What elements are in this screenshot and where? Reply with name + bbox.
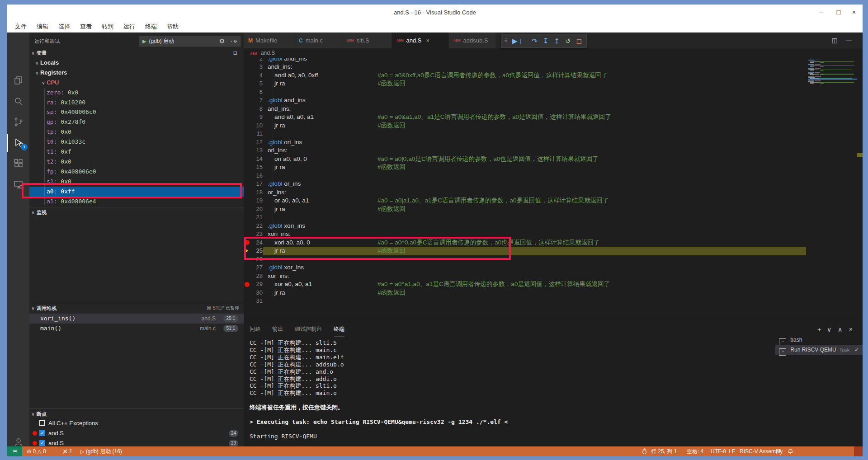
menu-item-文件[interactable]: 文件 [13,21,28,33]
register-row-t2[interactable]: t2: 0x0 [29,157,244,167]
register-row-tp[interactable]: tp: 0x0 [29,127,244,137]
tab-slti.S[interactable]: ASM slti.S [342,33,392,48]
variables-header[interactable]: ∨变量 ⊟ [29,48,244,58]
panel-maximize-icon[interactable]: ∧ [835,325,844,334]
breakpoint-checkbox[interactable] [39,420,45,426]
code-line-31[interactable]: 31 [244,297,863,305]
menu-item-运行[interactable]: 运行 [122,21,137,33]
code-line-14[interactable]: 14 ori a0, a0, 0#a0 = a0|0,a0是C语言调用者传递的参… [244,155,863,164]
code-line-4[interactable]: 4 andi a0, a0, 0xff#a0 = a0&0xff,a0是C语言调… [244,71,863,80]
tab-and.S[interactable]: ASM and.S× [392,33,449,48]
start-debug-icon[interactable]: ▶ [142,38,146,44]
search-icon[interactable] [7,92,29,110]
indentation[interactable]: 空格: 4 [687,446,703,456]
register-row-t0[interactable]: t0: 0x1033c [29,137,244,147]
stack-frame-xoriins[interactable]: xori_ins() and.S 25:1 [29,314,244,324]
terminal-output[interactable]: CC -[M] 正在构建... slti.SCC -[M] 正在构建... ma… [250,339,765,440]
code-line-29[interactable]: 29 xor a0, a0, a1#a0 = a0^a1,a0、a1是C语言调用… [244,280,863,289]
code-line-16[interactable]: 16 [244,172,863,180]
menu-item-编辑[interactable]: 编辑 [35,21,50,33]
encoding[interactable]: UTF-8 [711,446,726,456]
cursor-position[interactable]: 行 25, 列 1 [651,446,677,456]
code-line-3[interactable]: 3andi_ins: [244,63,863,71]
feedback-icon[interactable] [776,446,781,456]
panel-copy-icon[interactable]: ⊟ [233,48,237,58]
step-into-icon[interactable]: ↧ [543,37,549,45]
extensions-icon[interactable] [7,155,29,173]
breakpoint-row-1[interactable]: ✓ and.S24 [29,428,244,438]
panel-tab-调试控制台[interactable]: 调试控制台 [295,321,322,337]
breakpoint-checkbox[interactable]: ✓ [39,430,45,436]
menu-item-帮助[interactable]: 帮助 [165,21,180,33]
terminal-dropdown-icon[interactable]: ∨ [825,325,834,334]
code-line-22[interactable]: 22.globl xori_ins [244,222,863,230]
code-line-30[interactable]: 30 jr ra#函数返回 [244,289,863,297]
register-row-ra[interactable]: ra: 0x10200 [29,98,244,108]
tree-group-locals[interactable]: ∨Locals [29,58,244,68]
watch-header[interactable]: ∨监视 [29,207,244,217]
minimize-button[interactable]: – [815,5,828,21]
stop-icon[interactable]: ◻ [576,37,582,45]
code-line-5[interactable]: 5 jr ra#函数返回 [244,80,863,88]
tab-Makefile[interactable]: M Makefile [244,33,294,48]
code-line-19[interactable]: 19 or a0, a0, a1#a0 = a0|a1,a0、a1是C语言调用者… [244,197,863,205]
editor-more-icon[interactable]: ⋯ [844,33,854,48]
source-control-icon[interactable] [7,113,29,131]
toolbar-grip-icon[interactable]: ⠿ [504,38,508,44]
panel-close-icon[interactable]: × [846,325,855,334]
code-line-18[interactable]: 18or_ins: [244,188,863,197]
tree-group-registers[interactable]: ∨Registers [29,68,244,78]
split-editor-icon[interactable]: ◫ [829,33,840,48]
code-line-13[interactable]: 13ori_ins: [244,146,863,155]
code-line-9[interactable]: 9 and a0, a0, a1#a0 = a0&a1,a0、a1是C语言调用者… [244,113,863,122]
code-editor[interactable]: 2.globl andi_ins3andi_ins:4 andi a0, a0,… [244,58,863,321]
code-line-7[interactable]: 7.globl and_ins [244,96,863,105]
breadcrumb[interactable]: ASM and.S [244,48,863,58]
stack-frame-main[interactable]: main() main.c 51:1 [29,324,244,333]
code-line-21[interactable]: 21 [244,213,863,222]
menu-item-终端[interactable]: 终端 [143,21,159,33]
restore-button[interactable]: □ [832,5,845,21]
panel-tab-终端[interactable]: 终端 [334,321,344,337]
terminal-list-item-Run-RISCV-QEMU[interactable]: > Run RISCV-QEMUTask✓ [775,345,863,355]
continue-icon[interactable]: ▶▏ [512,37,526,45]
call-stack-header[interactable]: ∨调用堆栈 因 STEP 已暂停 [29,303,244,313]
tab-addsub.S[interactable]: ASM addsub.S [449,33,496,48]
notifications-bell-icon[interactable] [788,446,793,456]
terminal-list-item-bash[interactable]: > bash [775,335,863,345]
register-row-fp[interactable]: fp: 0x408006e0 [29,167,244,177]
explorer-icon[interactable] [7,71,29,89]
tree-group-cpu[interactable]: ∨CPU [29,78,244,88]
menu-item-转到[interactable]: 转到 [100,21,115,33]
register-row-sp[interactable]: sp: 0x408006c0 [29,107,244,117]
new-terminal-icon[interactable]: ＋ [815,325,824,334]
debug-session-status[interactable]: ▷ (gdb) 启动 (16) [80,446,122,456]
code-line-28[interactable]: 28xor_ins: [244,272,863,281]
breakpoint-checkbox[interactable]: ✓ [39,440,45,446]
menu-item-查看[interactable]: 查看 [78,21,94,33]
code-line-20[interactable]: 20 jr ra#函数返回 [244,205,863,214]
remote-indicator[interactable]: >< [7,446,22,456]
eol[interactable]: LF [729,446,735,456]
code-line-11[interactable]: 11 [244,130,863,138]
minimap[interactable] [808,59,857,320]
debug-settings-gear-icon[interactable]: ⚙ [217,36,227,47]
code-line-27[interactable]: 27.globl xor_ins [244,263,863,272]
tab-main.c[interactable]: C main.c [294,33,342,48]
code-line-12[interactable]: 12.globl ori_ins [244,138,863,147]
breakpoints-header[interactable]: ∨断点 [29,408,244,418]
code-line-8[interactable]: 8and_ins: [244,105,863,113]
problems-status[interactable]: ⊘ 0 △ 0 [27,446,46,456]
step-out-icon[interactable]: ↥ [554,37,560,45]
sidebar-more-icon[interactable]: ··· [229,36,240,47]
menu-item-选择[interactable]: 选择 [57,21,72,33]
restart-icon[interactable]: ↺ [565,37,571,45]
register-row-gp[interactable]: gp: 0x278f0 [29,117,244,127]
breakpoint-row-2[interactable]: ✓ and.S29 [29,438,244,446]
tasks-status[interactable]: 1 [62,446,72,456]
code-line-17[interactable]: 17.globl or_ins [244,180,863,188]
code-line-2[interactable]: 2.globl andi_ins [244,58,863,63]
breakpoint-glyph-icon[interactable] [245,282,250,287]
flame-icon[interactable] [642,446,647,456]
code-line-15[interactable]: 15 jr ra#函数返回 [244,163,863,172]
